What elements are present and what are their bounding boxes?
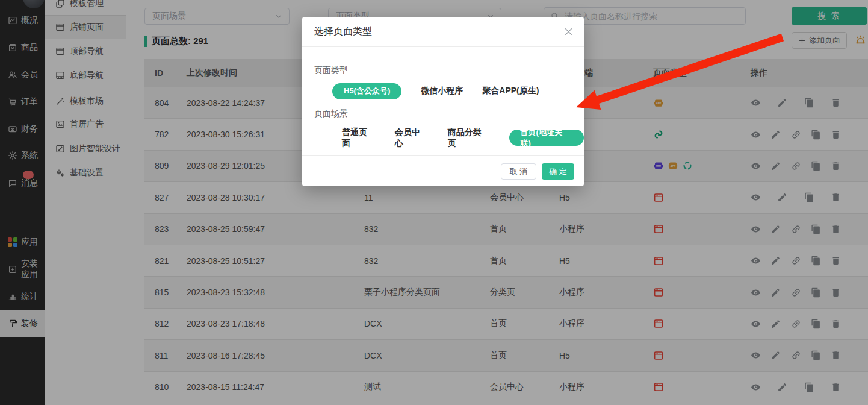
modal-option[interactable]: 普通页面 [342, 127, 376, 149]
page-type-dialog: 选择页面类型 页面类型H5(含公众号)微信小程序聚合APP(原生)页面场景普通页… [302, 17, 584, 186]
modal-option[interactable]: 会员中心 [395, 127, 429, 149]
dialog-option-row: H5(含公众号)微信小程序聚合APP(原生) [332, 83, 539, 99]
dialog-section-label: 页面场景 [314, 108, 348, 119]
modal-option[interactable]: 微信小程序 [421, 86, 463, 96]
cancel-button[interactable]: 取 消 [501, 163, 536, 180]
dialog-section-label: 页面类型 [314, 65, 348, 76]
modal-option[interactable]: 聚合APP(原生) [482, 86, 539, 96]
modal-option-selected[interactable]: H5(含公众号) [332, 83, 401, 99]
dialog-option-row: 普通页面会员中心商品分类页首页(地址关联) [342, 127, 584, 149]
dialog-title: 选择页面类型 [314, 25, 372, 38]
confirm-button[interactable]: 确 定 [542, 163, 574, 180]
modal-option-selected[interactable]: 首页(地址关联) [509, 130, 584, 146]
dialog-footer: 取 消 确 定 [302, 155, 584, 186]
close-icon[interactable] [563, 26, 574, 37]
dialog-header: 选择页面类型 [302, 17, 584, 47]
modal-option[interactable]: 商品分类页 [448, 127, 490, 149]
